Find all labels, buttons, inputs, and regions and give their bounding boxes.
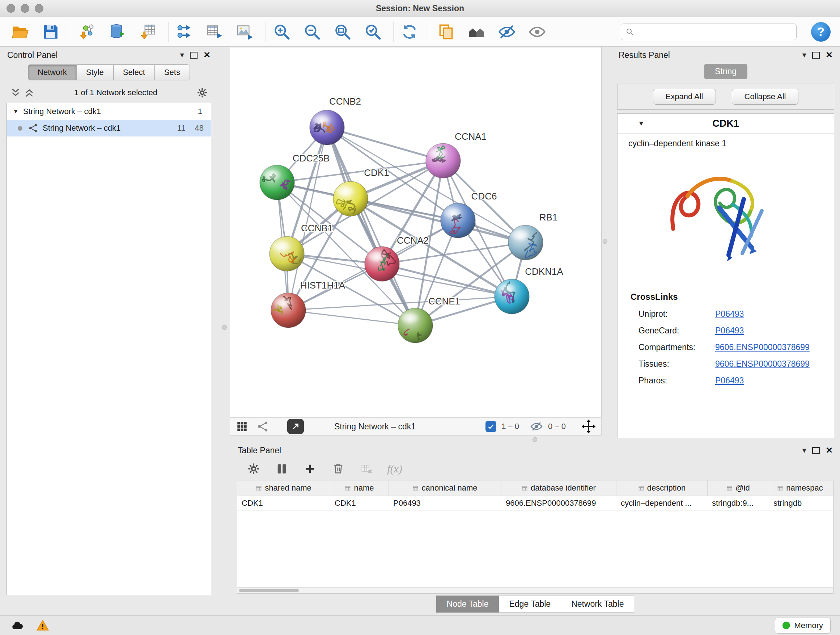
create-column-button[interactable] <box>303 462 317 476</box>
table-settings-button[interactable] <box>246 462 261 476</box>
column-header-name[interactable]: name <box>330 480 389 496</box>
grid-view-button[interactable] <box>235 420 249 433</box>
horizontal-scrollbar[interactable] <box>237 587 833 593</box>
delete-column-button[interactable] <box>331 462 346 476</box>
panel-menu-icon[interactable]: ▾ <box>802 51 806 59</box>
panel-float-icon[interactable] <box>812 447 820 454</box>
crosslink-label: Pharos: <box>638 376 715 386</box>
control-tab-select[interactable]: Select <box>114 65 155 80</box>
expand-all-button[interactable]: Expand All <box>653 89 716 105</box>
panel-menu-icon[interactable]: ▾ <box>180 51 184 59</box>
refresh-button[interactable] <box>399 21 420 43</box>
trash-icon <box>332 463 344 475</box>
column-header-description[interactable]: description <box>616 480 707 496</box>
column-header-database-identifier[interactable]: database identifier <box>501 480 616 496</box>
network-edge[interactable] <box>288 310 415 325</box>
cloud-status-button[interactable] <box>9 618 25 633</box>
function-builder-button[interactable]: f(x) <box>387 463 402 475</box>
memory-button[interactable]: Memory <box>775 618 831 633</box>
network-edge[interactable] <box>327 127 415 325</box>
panel-float-icon[interactable] <box>812 52 820 59</box>
show-columns-button[interactable] <box>275 462 289 476</box>
control-tab-network[interactable]: Network <box>28 65 77 80</box>
splitter-handle[interactable] <box>222 325 227 330</box>
panel-close-icon[interactable]: ✕ <box>826 446 833 455</box>
network-edge[interactable] <box>327 127 443 161</box>
zoom-out-button[interactable] <box>302 21 323 43</box>
control-tab-sets[interactable]: Sets <box>155 65 190 80</box>
zoom-fit-button[interactable] <box>332 21 354 43</box>
crosslink-value-link[interactable]: P06493 <box>715 309 744 319</box>
panel-close-icon[interactable]: ✕ <box>826 51 833 59</box>
export-network-button[interactable] <box>174 21 195 43</box>
tab-edge-table[interactable]: Edge Table <box>499 595 561 613</box>
table-cell: stringdb:9... <box>707 496 769 510</box>
selected-checkbox-icon[interactable] <box>485 421 496 432</box>
warnings-button[interactable] <box>35 618 51 633</box>
column-header--id[interactable]: @id <box>707 480 769 496</box>
collapse-all-icon[interactable] <box>10 87 21 98</box>
panel-float-icon[interactable] <box>190 52 197 59</box>
network-graph[interactable]: CCNB2CCNA1CDC25BCDK1CDC6RB1CCNB1CCNA2CDK… <box>230 48 601 417</box>
crosslink-value-link[interactable]: 9606.ENSP00000378699 <box>715 359 810 369</box>
control-panel-tabs: NetworkStyleSelectSets <box>4 63 214 84</box>
table-row[interactable]: CDK1CDK1P064939606.ENSP00000378699cyclin… <box>237 496 833 511</box>
toolbar-separator <box>71 22 71 42</box>
import-network-file-button[interactable] <box>76 21 98 43</box>
scrollbar-thumb[interactable] <box>239 589 299 592</box>
control-panel-header: Control Panel ▾ ✕ <box>4 47 214 63</box>
section-expander-icon[interactable]: ▼ <box>638 119 645 127</box>
column-header-canonical-name[interactable]: canonical name <box>389 480 501 496</box>
zoom-selected-button[interactable] <box>362 21 384 43</box>
network-overview-button[interactable] <box>256 420 270 433</box>
import-network-database-button[interactable] <box>107 21 128 43</box>
crosslink-row: Uniprot:P06493 <box>617 306 834 322</box>
delete-table-button[interactable] <box>359 462 374 476</box>
open-session-button[interactable] <box>9 21 31 43</box>
node-highlight-icon <box>429 149 446 158</box>
tree-expander-icon[interactable]: ▼ <box>13 108 19 115</box>
gene-symbol: CDK1 <box>617 118 834 129</box>
pan-crosshair-icon[interactable] <box>581 419 596 434</box>
tab-network-table[interactable]: Network Table <box>561 595 634 613</box>
network-node-ccnb1[interactable] <box>270 236 304 271</box>
export-table-button[interactable] <box>204 21 226 43</box>
splitter-handle[interactable] <box>532 437 537 442</box>
gear-icon[interactable] <box>197 87 208 98</box>
network-edge[interactable] <box>351 199 526 242</box>
network-node-cdc25b[interactable] <box>260 165 294 200</box>
gene-section-header[interactable]: ▼ CDK1 <box>617 114 834 134</box>
home-networks-button[interactable] <box>466 21 487 43</box>
expand-all-icon[interactable] <box>24 87 35 98</box>
crosslink-value-link[interactable]: P06493 <box>715 326 744 336</box>
navigator-button[interactable] <box>287 419 304 434</box>
panel-close-icon[interactable]: ✕ <box>203 51 210 59</box>
network-collection-row[interactable]: ▼ String Network – cdk1 1 <box>7 103 211 120</box>
copy-style-button[interactable] <box>435 21 457 43</box>
selected-count-badge: 1 – 0 <box>501 422 519 431</box>
network-row-selected[interactable]: String Network – cdk1 1148 <box>7 120 211 136</box>
zoom-in-button[interactable] <box>271 21 293 43</box>
hide-selected-button[interactable] <box>496 21 518 43</box>
tab-node-table[interactable]: Node Table <box>436 595 499 613</box>
show-all-button[interactable] <box>526 21 548 43</box>
column-header-namespac[interactable]: namespac <box>769 480 831 496</box>
tab-string[interactable]: String <box>704 64 747 79</box>
collapse-all-button[interactable]: Collapse All <box>732 89 799 105</box>
network-canvas[interactable]: CCNB2CCNA1CDC25BCDK1CDC6RB1CCNB1CCNA2CDK… <box>230 47 602 417</box>
export-image-button[interactable] <box>234 21 256 43</box>
splitter-handle[interactable] <box>603 239 607 244</box>
help-button[interactable]: ? <box>811 22 831 42</box>
crosslink-value-link[interactable]: P06493 <box>715 376 744 386</box>
search-input[interactable] <box>637 27 792 37</box>
zoom-fit-icon <box>333 23 352 41</box>
zoom-out-icon <box>303 23 321 41</box>
crosslink-value-link[interactable]: 9606.ENSP00000378699 <box>715 342 810 352</box>
network-node-ccne1[interactable] <box>398 308 433 343</box>
import-table-file-button[interactable] <box>137 21 159 43</box>
save-session-button[interactable] <box>40 21 62 43</box>
control-tab-style[interactable]: Style <box>77 65 114 80</box>
network-node-cdc6[interactable] <box>441 203 475 238</box>
panel-menu-icon[interactable]: ▾ <box>802 447 806 454</box>
column-header-shared-name[interactable]: shared name <box>237 480 330 496</box>
